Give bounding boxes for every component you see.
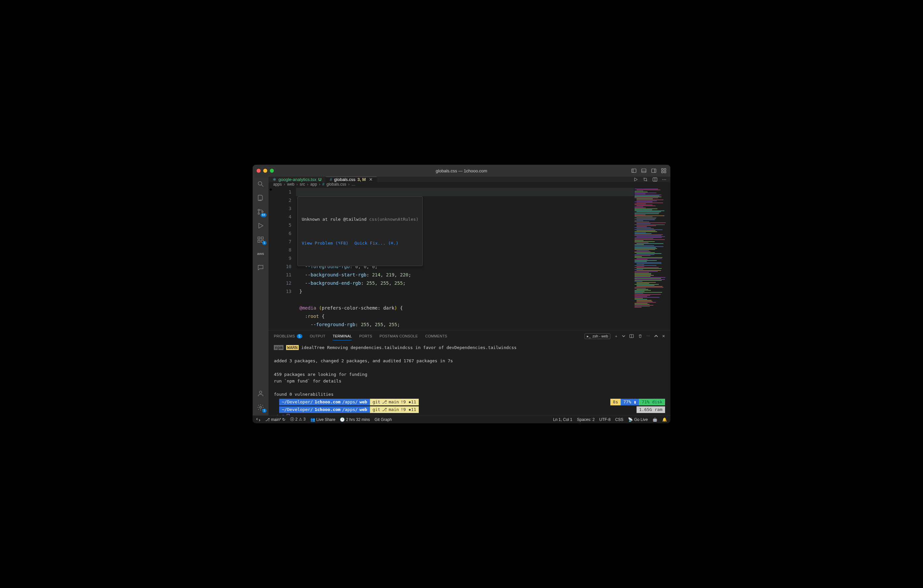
more-actions-icon[interactable]: ⋯ [662, 177, 667, 182]
tab-comments[interactable]: COMMENTS [425, 334, 447, 338]
errors-status[interactable]: ⓧ 2 ⚠ 3 [290, 417, 305, 422]
svg-rect-16 [258, 237, 260, 239]
prompt-row: ~/Developer/1chooo.com/apps/web git ⎇ ma… [274, 406, 665, 413]
terminal-content[interactable]: npm WARN idealTree Removing dependencies… [269, 342, 670, 415]
window-title: globals.css — 1chooo.com [436, 168, 487, 173]
more-terminal-icon[interactable]: ⋯ [647, 334, 650, 338]
view-problem-link[interactable]: View Problem (⌥F8) [302, 239, 348, 247]
hover-message: Unknown at rule @tailwind [302, 217, 370, 222]
svg-rect-9 [664, 171, 666, 173]
breadcrumb-item[interactable]: globals.css [327, 182, 346, 187]
run-icon[interactable] [633, 177, 638, 182]
gitgraph-status[interactable]: Git Graph [374, 417, 392, 422]
code-editor[interactable]: ✦ 12345678910111213 Unknown at rule @tai… [269, 187, 670, 330]
extensions-activity-icon[interactable]: 1 [256, 235, 265, 244]
css-icon: # [330, 177, 332, 182]
remote-indicator[interactable] [256, 417, 261, 422]
activity-bar: 64 1 aws 1 [253, 177, 269, 415]
close-window-button[interactable] [256, 169, 261, 173]
kill-terminal-icon[interactable] [638, 334, 642, 338]
layout-panel-icon[interactable] [641, 168, 647, 173]
compare-changes-icon[interactable] [643, 177, 648, 182]
breadcrumb-item[interactable]: web [287, 182, 294, 187]
terminal-icon: ▸_ [587, 334, 591, 338]
bell-icon[interactable]: 🔔 [662, 417, 667, 422]
copilot-icon[interactable]: 🤖 [652, 417, 657, 422]
tab-filename: globals.css [334, 177, 355, 182]
meter-time: 8s [610, 399, 621, 406]
golive-status[interactable]: 📡 Go Live [628, 417, 648, 422]
hover-problem-box: Unknown at rule @tailwind css(unknownAtR… [297, 196, 423, 266]
terminal-line: run `npm fund` for details [274, 378, 665, 384]
new-terminal-icon[interactable]: ＋ [614, 334, 618, 339]
svg-point-14 [261, 211, 263, 213]
meter-ram: 1.65G ram [637, 406, 665, 413]
settings-activity-icon[interactable]: 1 [256, 403, 265, 412]
tab-problems[interactable]: PROBLEMS5 [274, 334, 302, 338]
svg-point-13 [258, 213, 259, 214]
svg-line-11 [261, 185, 264, 187]
split-editor-icon[interactable] [652, 177, 657, 182]
tab-terminal[interactable]: TERMINAL [333, 334, 352, 340]
chat-activity-icon[interactable] [256, 263, 265, 272]
explorer-activity-icon[interactable] [256, 193, 265, 202]
encoding-status[interactable]: UTF-8 [599, 417, 611, 422]
prompt-caret: ❯ $ [274, 413, 287, 415]
split-terminal-icon[interactable] [629, 334, 634, 338]
account-activity-icon[interactable] [256, 389, 265, 398]
editor-tabs: ⚛ google-analytics.tsx U # globals.css 3… [269, 177, 670, 182]
breadcrumb-item[interactable]: apps [273, 182, 282, 187]
prompt-git: git ⎇ main !9 ✹11 [370, 399, 419, 406]
time-status[interactable]: 🕐 2 hrs 32 mins [340, 417, 370, 422]
branch-status[interactable]: ⎇ main* ↻ [265, 417, 286, 422]
layout-sidebar-left-icon[interactable] [631, 168, 637, 173]
close-panel-icon[interactable]: ✕ [662, 334, 665, 338]
source-control-activity-icon[interactable]: 64 [256, 207, 265, 217]
breadcrumb-item[interactable]: … [351, 182, 355, 187]
code-content[interactable]: Unknown at rule @tailwind css(unknownAtR… [296, 187, 634, 330]
tab-globals-css[interactable]: # globals.css 3, M ✕ [326, 177, 377, 182]
aws-activity-icon[interactable]: aws [256, 249, 265, 258]
search-activity-icon[interactable] [256, 179, 265, 189]
cursor-position[interactable]: Ln 1, Col 1 [553, 417, 572, 422]
layout-sidebar-right-icon[interactable] [651, 168, 657, 173]
svg-point-21 [259, 406, 261, 408]
tab-postman[interactable]: POSTMAN CONSOLE [379, 334, 418, 338]
close-tab-icon[interactable]: ✕ [369, 177, 373, 182]
svg-point-24 [646, 180, 647, 181]
minimap[interactable] [634, 187, 670, 330]
svg-rect-19 [261, 237, 263, 239]
editor-group: ⚛ google-analytics.tsx U # globals.css 3… [269, 177, 670, 415]
terminal-line: added 3 packages, changed 2 packages, an… [274, 358, 665, 364]
line-gutter: 12345678910111213 [273, 187, 296, 330]
tab-google-analytics[interactable]: ⚛ google-analytics.tsx U [269, 177, 326, 182]
svg-marker-15 [259, 223, 263, 228]
quick-fix-link[interactable]: Quick Fix... (⌘.) [355, 239, 399, 247]
liveshare-status[interactable]: 👥 Live Share [310, 417, 335, 422]
svg-rect-2 [642, 169, 646, 173]
bottom-panel: PROBLEMS5 OUTPUT TERMINAL PORTS POSTMAN … [269, 330, 670, 415]
customize-layout-icon[interactable] [661, 168, 667, 173]
tab-ports[interactable]: PORTS [359, 334, 372, 338]
spaces-status[interactable]: Spaces: 2 [577, 417, 595, 422]
branch-icon: ⎇ [265, 417, 270, 422]
breadcrumb-item[interactable]: app [310, 182, 317, 187]
terminal-line: found 0 vulnerabilities [274, 391, 665, 398]
maximize-panel-icon[interactable] [654, 334, 658, 338]
breadcrumb-item[interactable]: src [300, 182, 305, 187]
svg-marker-22 [635, 177, 637, 181]
shell-selector[interactable]: ▸_zsh - web [585, 333, 610, 339]
react-icon: ⚛ [273, 177, 276, 182]
sparkle-icon: ✦ [269, 187, 273, 330]
meter-disk: 71% disk [639, 399, 665, 406]
terminal-chevron-icon[interactable] [622, 334, 625, 338]
tab-output[interactable]: OUTPUT [310, 334, 325, 338]
minimize-window-button[interactable] [263, 169, 267, 173]
run-debug-activity-icon[interactable] [256, 221, 265, 230]
breadcrumb[interactable]: apps› web› src› app› # globals.css› … [269, 182, 670, 187]
hover-message-code: css(unknownAtRules) [370, 217, 419, 222]
maximize-window-button[interactable] [270, 169, 274, 173]
terminal-line: 459 packages are looking for funding [274, 371, 665, 378]
language-status[interactable]: CSS [615, 417, 624, 422]
source-control-badge: 64 [261, 213, 266, 217]
